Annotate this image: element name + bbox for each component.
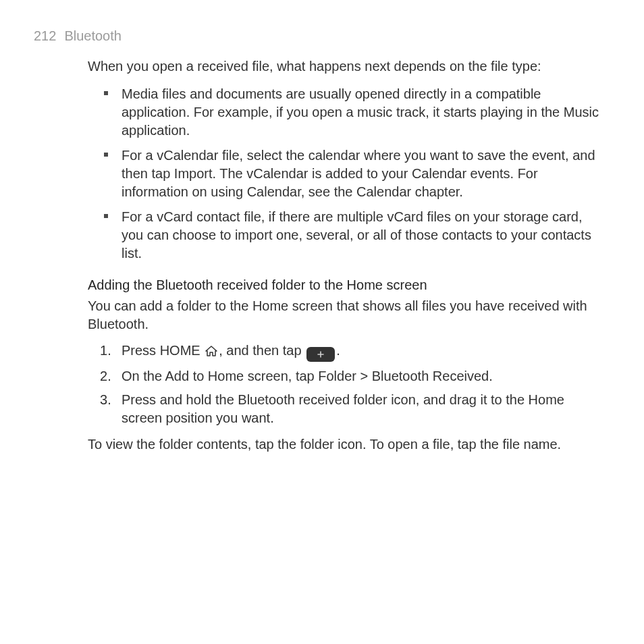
section-title: Bluetooth — [64, 27, 122, 45]
manual-page: 212 Bluetooth When you open a received f… — [0, 0, 644, 481]
step-item: Press HOME , and then tap . — [88, 342, 603, 362]
page-number: 212 — [34, 27, 56, 45]
step-item: On the Add to Home screen, tap Folder > … — [88, 367, 603, 385]
step-text: , and then tap — [219, 343, 305, 358]
step-text: Press HOME — [122, 343, 204, 358]
subsection-intro: You can add a folder to the Home screen … — [88, 297, 603, 333]
outro-text: To view the folder contents, tap the fol… — [88, 435, 603, 454]
intro-text: When you open a received file, what happ… — [88, 57, 603, 76]
step-path: Folder > Bluetooth Received — [318, 369, 489, 383]
subsection-heading: Adding the Bluetooth received folder to … — [88, 276, 603, 294]
list-item: For a vCard contact file, if there are m… — [88, 208, 603, 263]
step-item: Press and hold the Bluetooth received fo… — [88, 391, 603, 427]
plus-button-icon — [306, 347, 335, 362]
list-item: Media files and documents are usually op… — [88, 85, 603, 140]
page-header: 212 Bluetooth — [34, 27, 603, 45]
list-item: For a vCalendar file, select the calenda… — [88, 146, 603, 201]
step-text: . — [336, 343, 340, 358]
file-type-list: Media files and documents are usually op… — [88, 85, 603, 263]
page-body: When you open a received file, what happ… — [88, 57, 603, 454]
steps-list: Press HOME , and then tap . On the Add t… — [88, 342, 603, 427]
home-icon — [205, 343, 217, 361]
step-text: . — [489, 369, 493, 383]
step-text: On the Add to Home screen, tap — [122, 369, 318, 383]
